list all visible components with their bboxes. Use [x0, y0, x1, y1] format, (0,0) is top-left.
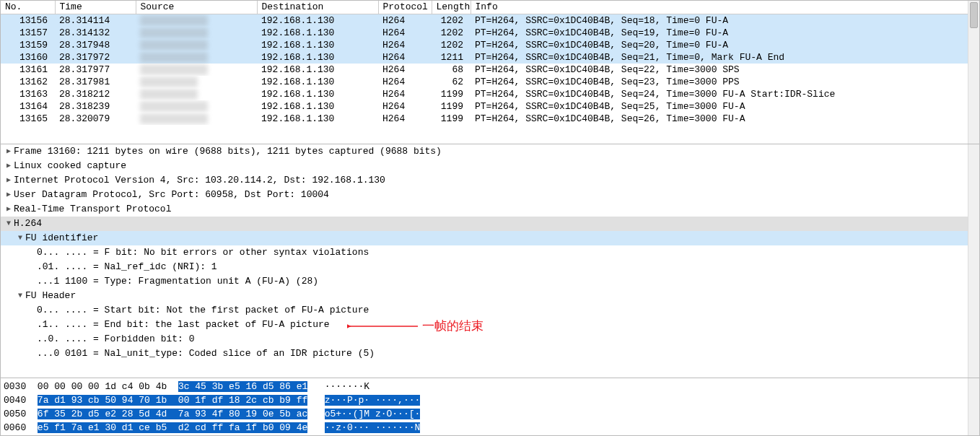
col-header-protocol[interactable]: Protocol: [378, 1, 432, 14]
cell-length: 1199: [432, 113, 471, 125]
cell-protocol: H264: [378, 27, 432, 39]
cell-protocol: H264: [378, 64, 432, 76]
expand-caret-icon[interactable]: ▶: [4, 203, 14, 216]
col-header-no[interactable]: No.: [1, 1, 55, 14]
col-header-length[interactable]: Length: [432, 1, 471, 14]
packet-details-scrollbar[interactable]: [968, 144, 979, 378]
col-header-destination[interactable]: Destination: [257, 1, 378, 14]
tree-label: User Datagram Protocol, Src Port: 60958,…: [14, 188, 329, 201]
hex-line[interactable]: 0060 e5 f1 7a e1 30 d1 ce b5 d2 cd ff fa…: [4, 421, 976, 435]
packet-row[interactable]: 1316328.3182121192.168.1.130H2641199PT=H…: [1, 88, 979, 100]
cell-protocol: H264: [378, 76, 432, 88]
hex-asc-sel: z···P·p· ····,···: [325, 395, 421, 406]
packet-row[interactable]: 1316128.317977000.00.000.0192.168.1.130H…: [1, 64, 979, 76]
cell-time: 28.314114: [55, 14, 136, 27]
hex-asc-pre: ·······K: [325, 381, 375, 392]
collapse-caret-icon[interactable]: ▼: [15, 232, 25, 245]
cell-source: 000.00.000.0: [136, 64, 257, 76]
tree-label: FU identifier: [25, 232, 98, 245]
cell-length: 62: [432, 76, 471, 88]
tree-row[interactable]: ·.1.. .... = End bit: the last packet of…: [1, 318, 979, 332]
cell-time: 28.317977: [55, 64, 136, 76]
expand-caret-icon[interactable]: ▶: [4, 188, 14, 201]
packet-list-pane: No. Time Source Destination Protocol Len…: [0, 0, 980, 144]
cell-time: 28.314132: [55, 27, 136, 39]
cell-source: 000.00.000.0: [136, 100, 257, 113]
cell-time: 28.317981: [55, 76, 136, 88]
packet-row[interactable]: 1316428.318239000.00.000.0192.168.1.130H…: [1, 100, 979, 113]
tree-row[interactable]: ▶Linux cooked capture: [1, 159, 979, 173]
tree-label: Real-Time Transport Protocol: [14, 203, 171, 216]
tree-label: ...0 0101 = Nal_unit_type: Coded slice o…: [37, 347, 375, 360]
cell-info: PT=H264, SSRC=0x1DC40B4B, Seq=19, Time=0…: [471, 27, 979, 39]
cell-length: 1202: [432, 39, 471, 51]
cell-destination: 192.168.1.130: [257, 39, 378, 51]
cell-time: 28.318239: [55, 100, 136, 113]
cell-source: 000.00.000.0: [136, 39, 257, 51]
scrollbar-thumb[interactable]: [970, 2, 978, 28]
packet-row[interactable]: 1315628.314114000.00.000.0192.168.1.130H…: [1, 14, 979, 27]
tree-row[interactable]: ·0... .... = F bit: No bit errors or oth…: [1, 245, 979, 260]
tree-row[interactable]: ·0... .... = Start bit: Not the first pa…: [1, 303, 979, 318]
cell-no: 13162: [1, 76, 55, 88]
cell-length: 1202: [432, 27, 471, 39]
hex-offset: 0040: [4, 395, 26, 406]
cell-destination: 192.168.1.130: [257, 14, 378, 27]
tree-row[interactable]: ·...1 1100 = Type: Fragmentation unit A …: [1, 274, 979, 289]
packet-row[interactable]: 1316228.3179811192.168.1.130H26462PT=H26…: [1, 76, 979, 88]
packet-bytes-pane: 0030 00 00 00 00 1d c4 0b 4b 3c 45 3b e5…: [0, 378, 980, 436]
hex-offset: 0060: [4, 422, 26, 433]
cell-length: 1202: [432, 14, 471, 27]
cell-source: 000.00.000.0: [136, 51, 257, 64]
col-header-time[interactable]: Time: [55, 1, 136, 14]
tree-row[interactable]: ·...0 0101 = Nal_unit_type: Coded slice …: [1, 346, 979, 361]
col-header-source[interactable]: Source: [136, 1, 257, 14]
packet-row[interactable]: 1316028.317972000.00.000.0192.168.1.130H…: [1, 51, 979, 64]
hex-bytes-sel: 3c 45 3b e5 16 d5 86 e1: [178, 381, 307, 392]
cell-length: 1199: [432, 88, 471, 100]
tree-row[interactable]: ▶Frame 13160: 1211 bytes on wire (9688 b…: [1, 144, 979, 159]
tree-row[interactable]: ▶User Datagram Protocol, Src Port: 60958…: [1, 188, 979, 202]
hex-bytes-pre: 00 00 00 00 1d c4 0b 4b: [38, 381, 178, 392]
cell-info: PT=H264, SSRC=0x1DC40B4B, Seq=24, Time=3…: [471, 88, 979, 100]
tree-label: H.264: [14, 217, 42, 230]
packet-table-header-row[interactable]: No. Time Source Destination Protocol Len…: [1, 1, 979, 14]
cell-protocol: H264: [378, 51, 432, 64]
cell-protocol: H264: [378, 88, 432, 100]
packet-row[interactable]: 1315728.314132000.00.000.0192.168.1.130H…: [1, 27, 979, 39]
cell-time: 28.318212: [55, 88, 136, 100]
tree-row[interactable]: ·..0. .... = Forbidden bit: 0: [1, 332, 979, 346]
hex-line[interactable]: 0030 00 00 00 00 1d c4 0b 4b 3c 45 3b e5…: [4, 380, 976, 393]
expand-caret-icon[interactable]: ▶: [4, 160, 14, 173]
packet-details-pane: ▶Frame 13160: 1211 bytes on wire (9688 b…: [0, 144, 980, 378]
cell-source: 000.00.000.0: [136, 113, 257, 125]
tree-label: ...1 1100 = Type: Fragmentation unit A (…: [37, 275, 318, 288]
tree-row[interactable]: ▼FU identifier: [1, 231, 979, 245]
hex-line[interactable]: 0050 6f 35 2b d5 e2 28 5d 4d 7a 93 4f 80…: [4, 407, 976, 421]
hex-bytes-sel: 7a d1 93 cb 50 94 70 1b 00 1f df 18 2c c…: [38, 395, 307, 406]
packet-list-scrollbar[interactable]: [968, 1, 979, 144]
tree-row[interactable]: ▶Real-Time Transport Protocol: [1, 202, 979, 217]
expand-caret-icon[interactable]: ▶: [4, 174, 14, 187]
expand-caret-icon[interactable]: ▶: [4, 145, 14, 158]
collapse-caret-icon[interactable]: ▼: [4, 217, 14, 230]
col-header-info[interactable]: Info: [471, 1, 979, 14]
tree-row[interactable]: ▼FU Header: [1, 289, 979, 303]
cell-protocol: H264: [378, 14, 432, 27]
packet-row[interactable]: 1315928.317948000.00.000.0192.168.1.130H…: [1, 39, 979, 51]
packet-row[interactable]: 1316528.320079000.00.000.0192.168.1.130H…: [1, 113, 979, 125]
hex-bytes-sel: 6f 35 2b d5 e2 28 5d 4d 7a 93 4f 80 19 0…: [38, 409, 307, 419]
tree-label: FU Header: [25, 289, 76, 302]
cell-length: 1211: [432, 51, 471, 64]
packet-table: No. Time Source Destination Protocol Len…: [1, 1, 979, 125]
tree-row[interactable]: ▶Internet Protocol Version 4, Src: 103.2…: [1, 173, 979, 188]
cell-protocol: H264: [378, 113, 432, 125]
hex-line[interactable]: 0040 7a d1 93 cb 50 94 70 1b 00 1f df 18…: [4, 393, 976, 407]
packet-bytes-scrollbar[interactable]: [968, 378, 979, 435]
cell-destination: 192.168.1.130: [257, 76, 378, 88]
cell-info: PT=H264, SSRC=0x1DC40B4B, Seq=20, Time=0…: [471, 39, 979, 51]
cell-no: 13157: [1, 27, 55, 39]
collapse-caret-icon[interactable]: ▼: [15, 289, 25, 302]
tree-row[interactable]: ▼H.264: [1, 217, 979, 231]
tree-row[interactable]: ·.01. .... = Nal_ref_idc (NRI): 1: [1, 260, 979, 274]
